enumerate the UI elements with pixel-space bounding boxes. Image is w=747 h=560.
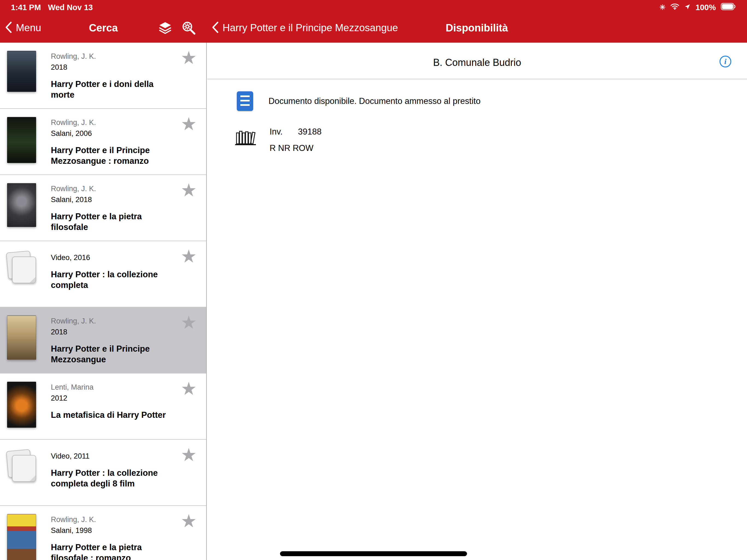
book-cover-thumbnail: [7, 382, 36, 428]
video-placeholder-icon: [7, 252, 40, 286]
menu-back-label: Menu: [16, 22, 41, 34]
right-nav-bar: Harry Potter e il Principe Mezzosangue D…: [207, 13, 747, 43]
chevron-left-icon: [5, 21, 12, 34]
availability-text: Documento disponibile. Documento ammesso…: [268, 96, 481, 106]
list-item[interactable]: Rowling, J. K. Salani, 1998 Harry Potter…: [0, 506, 206, 560]
favorite-star-icon[interactable]: ★: [181, 380, 197, 398]
result-meta: 2018: [51, 62, 176, 73]
result-author: Rowling, J. K.: [51, 315, 176, 327]
favorite-star-icon[interactable]: ★: [181, 446, 197, 464]
search-settings-icon[interactable]: [182, 21, 196, 35]
result-title: Harry Potter e il Principe Mezzosangue: [51, 343, 176, 365]
result-title: Harry Potter e la pietra filosofale: [51, 211, 176, 232]
result-meta: Video, 2016: [51, 252, 176, 263]
search-results-list[interactable]: Rowling, J. K. 2018 Harry Potter e i don…: [0, 43, 207, 560]
favorite-star-icon[interactable]: ★: [181, 181, 197, 199]
favorite-star-icon[interactable]: ★: [181, 247, 197, 265]
info-icon[interactable]: i: [719, 55, 732, 69]
result-meta: 2012: [51, 393, 166, 404]
result-title: Harry Potter e la pietra filosofale : ro…: [51, 542, 176, 560]
book-cover-thumbnail: [7, 117, 36, 163]
book-cover-thumbnail: [7, 51, 36, 92]
list-item[interactable]: Rowling, J. K. 2018 Harry Potter e i don…: [0, 43, 206, 109]
result-title: Harry Potter : la collezione completa: [51, 269, 176, 290]
result-meta: Video, 2011: [51, 451, 176, 462]
chevron-left-icon: [212, 21, 219, 34]
battery-percentage: 100%: [696, 3, 716, 12]
battery-icon: [721, 3, 736, 12]
menu-back-button[interactable]: Menu: [5, 13, 41, 43]
result-meta: 2018: [51, 327, 176, 337]
status-time: 1:41 PM: [11, 3, 41, 12]
detail-back-button[interactable]: Harry Potter e il Principe Mezzosangue: [212, 13, 398, 43]
app-header: 1:41 PM Wed Nov 13 100%: [0, 0, 747, 43]
detail-back-label: Harry Potter e il Principe Mezzosangue: [223, 22, 398, 34]
collocation-text: R NR ROW: [269, 143, 321, 153]
list-item[interactable]: Video, 2011 Harry Potter : la collezione…: [0, 440, 206, 506]
library-name: B. Comunale Budrio: [207, 57, 747, 68]
result-meta: Salani, 2018: [51, 194, 176, 205]
result-author: Rowling, J. K.: [51, 117, 176, 128]
inventory-number: 39188: [298, 127, 321, 137]
wifi-icon: [670, 3, 679, 12]
list-item-selected[interactable]: Rowling, J. K. 2018 Harry Potter e il Pr…: [0, 307, 206, 374]
result-meta: Salani, 2006: [51, 128, 176, 139]
status-bar: 1:41 PM Wed Nov 13 100%: [0, 0, 747, 13]
result-author: Rowling, J. K.: [51, 514, 176, 525]
location-arrow-icon: [684, 3, 691, 12]
left-nav-bar: Menu Cerca: [0, 13, 207, 43]
svg-text:i: i: [724, 57, 726, 66]
video-placeholder-icon: [7, 450, 40, 485]
list-item[interactable]: Rowling, J. K. Salani, 2018 Harry Potter…: [0, 175, 206, 241]
result-title: Harry Potter e i doni della morte: [51, 79, 176, 100]
favorite-star-icon[interactable]: ★: [181, 512, 197, 530]
favorite-star-icon[interactable]: ★: [181, 313, 197, 331]
favorite-star-icon[interactable]: ★: [181, 115, 197, 133]
book-cover-thumbnail: [7, 315, 36, 360]
result-author: Rowling, J. K.: [51, 183, 176, 194]
book-cover-thumbnail: [7, 514, 36, 560]
bookshelf-icon: [235, 128, 256, 147]
inventory-label: Inv.: [269, 127, 283, 137]
availability-detail-pane: B. Comunale Budrio i Documento disponibi…: [207, 43, 747, 560]
status-date: Wed Nov 13: [48, 3, 93, 12]
document-icon: [237, 91, 253, 111]
result-author: Lenti, Marina: [51, 382, 166, 393]
book-cover-thumbnail: [7, 183, 36, 227]
layers-icon[interactable]: [159, 21, 172, 34]
result-title: Harry Potter : la collezione completa de…: [51, 467, 176, 489]
result-author: Rowling, J. K.: [51, 51, 176, 62]
list-item[interactable]: Lenti, Marina 2012 La metafisica di Harr…: [0, 374, 206, 440]
result-title: Harry Potter e il Principe Mezzosangue :…: [51, 145, 176, 166]
result-meta: Salani, 1998: [51, 525, 176, 536]
list-item[interactable]: Rowling, J. K. Salani, 2006 Harry Potter…: [0, 109, 206, 175]
list-item[interactable]: Video, 2016 Harry Potter : la collezione…: [0, 241, 206, 307]
activity-spinner-icon: [660, 3, 666, 12]
favorite-star-icon[interactable]: ★: [181, 49, 197, 67]
home-indicator[interactable]: [280, 551, 467, 556]
result-title: La metafisica di Harry Potter: [51, 410, 166, 420]
